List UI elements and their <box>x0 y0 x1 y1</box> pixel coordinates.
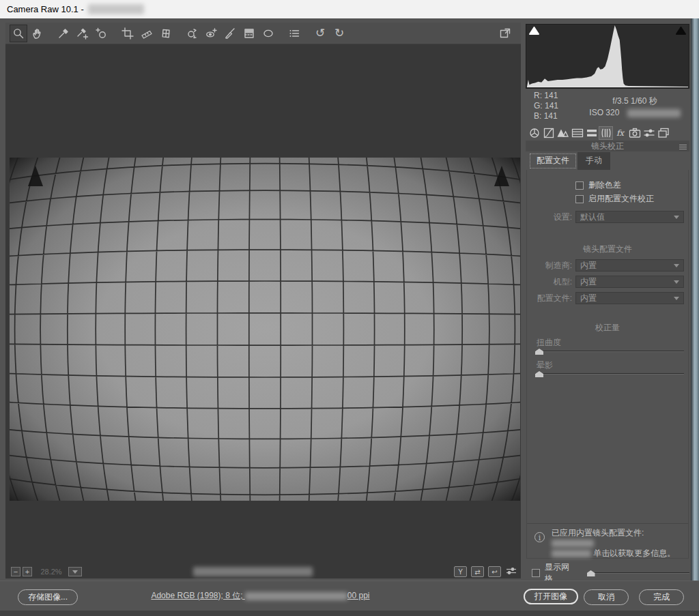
panel-menu-icon[interactable] <box>679 143 687 151</box>
grid-size-slider-thumb[interactable] <box>587 570 595 576</box>
grid-test-photo <box>10 158 520 501</box>
rgb-b: B: 141 <box>534 111 558 121</box>
copy-settings-button[interactable]: ↩ <box>488 566 501 577</box>
tab-manual[interactable]: 手动 <box>577 152 610 170</box>
red-eye-tool-icon[interactable] <box>202 25 220 42</box>
distortion-slider-thumb[interactable] <box>535 349 543 355</box>
window-bottom-edge <box>0 611 699 616</box>
rgb-exif-readout: R: 141 G: 141 B: 141 f/3.5 1/60 秒 ISO 32… <box>526 89 689 123</box>
profile-tab-content: 删除色差 启用配置文件校正 设置: 默认值 镜头配置文件 制造商: 内置 机 <box>526 170 689 559</box>
cancel-button[interactable]: 取消 <box>584 589 629 605</box>
model-label: 机型: <box>530 276 572 288</box>
swap-before-after-button[interactable]: ⇄ <box>471 566 484 577</box>
remove-ca-row: 删除色差 <box>575 179 621 191</box>
tab-detail-icon[interactable] <box>556 126 570 140</box>
enable-profile-label: 启用配置文件校正 <box>588 193 654 205</box>
tab-hsl-icon[interactable] <box>570 126 584 140</box>
hand-tool-icon[interactable] <box>29 25 46 42</box>
tab-split-toning-icon[interactable] <box>584 126 599 140</box>
preview-preferences-icon[interactable] <box>506 566 517 577</box>
tab-profile[interactable]: 配置文件 <box>528 152 577 170</box>
grid-size-slider[interactable] <box>587 570 689 576</box>
zoom-out-button[interactable]: − <box>11 567 20 576</box>
preview-mode-button[interactable]: Y <box>454 566 467 577</box>
model-dropdown[interactable]: 内置 <box>575 276 684 288</box>
tab-presets-icon[interactable] <box>642 126 656 140</box>
vignetting-slider-thumb[interactable] <box>535 371 543 377</box>
adjustment-brush-tool-icon[interactable] <box>221 25 239 42</box>
caption-redacted <box>193 567 313 576</box>
exif-iso: ISO 320 <box>589 108 619 117</box>
tab-effects-icon[interactable]: fx <box>613 126 627 140</box>
preferences-icon[interactable] <box>285 25 303 42</box>
info-line2: 单击以获取更多信息。 <box>593 548 675 558</box>
vignetting-label: 晕影 <box>537 360 553 371</box>
done-button[interactable]: 完成 <box>639 589 684 605</box>
profile-dropdown[interactable]: 内置 <box>575 292 684 304</box>
bottom-bar: 存储图像... Adobe RGB (1998); 8 位; 00 ppi 打开… <box>0 581 699 611</box>
scrollbar[interactable] <box>691 18 699 616</box>
graduated-filter-tool-icon[interactable] <box>240 25 258 42</box>
vignetting-slider[interactable] <box>535 370 684 377</box>
lens-tabs: 配置文件 手动 <box>526 153 689 170</box>
open-image-button[interactable]: 打开图像 <box>524 589 578 604</box>
transform-tool-icon[interactable] <box>157 25 175 42</box>
info-redacted-2 <box>552 550 591 557</box>
profile-label: 配置文件: <box>530 293 572 304</box>
zoom-level-dropdown[interactable] <box>68 567 82 576</box>
info-line1: 已应用内置镜头配置文件: <box>552 528 644 538</box>
tab-lens-corrections-icon[interactable] <box>599 126 613 140</box>
tab-camera-calibration-icon[interactable] <box>627 126 642 140</box>
tab-snapshots-icon[interactable] <box>656 126 670 140</box>
preview-canvas[interactable] <box>5 44 521 565</box>
color-sampler-tool-icon[interactable] <box>74 25 91 42</box>
zoom-level: 28.2% <box>37 568 66 576</box>
image-area: ↺ ↻ <box>5 23 521 578</box>
enable-profile-checkbox[interactable] <box>575 195 584 203</box>
workflow-options-link[interactable]: Adobe RGB (1998); 8 位; 00 ppi <box>0 590 521 602</box>
make-dropdown[interactable]: 内置 <box>575 259 684 272</box>
workflow-redacted <box>245 592 347 600</box>
crop-tool-icon[interactable] <box>119 25 137 42</box>
title-bar: Camera Raw 10.1 - <box>0 0 699 18</box>
setup-dropdown[interactable]: 默认值 <box>575 211 684 223</box>
straighten-tool-icon[interactable] <box>138 25 156 42</box>
shadow-clipping-warning[interactable] <box>529 27 539 35</box>
exif-lens-redacted <box>627 109 681 117</box>
rgb-g: G: 141 <box>534 101 558 111</box>
targeted-adjustment-tool-icon[interactable] <box>93 25 111 42</box>
white-balance-tool-icon[interactable] <box>55 25 72 42</box>
toolbar: ↺ ↻ <box>5 23 521 44</box>
enable-profile-row: 启用配置文件校正 <box>575 193 654 205</box>
rotate-ccw-icon[interactable]: ↺ <box>311 25 329 42</box>
zoom-tool-icon[interactable] <box>10 25 27 42</box>
distortion-label: 扭曲度 <box>537 337 561 349</box>
profile-info-box[interactable]: i 已应用内置镜头配置文件: 单击以获取更多信息。 <box>527 523 688 558</box>
remove-ca-label: 删除色差 <box>588 179 621 191</box>
make-label: 制造商: <box>530 260 572 272</box>
window-title: Camera Raw 10.1 - <box>7 4 84 14</box>
filename-redacted <box>88 4 144 14</box>
radial-filter-tool-icon[interactable] <box>259 25 277 42</box>
info-icon: i <box>534 532 545 542</box>
exif-exposure: f/3.5 1/60 秒 <box>584 96 686 107</box>
lens-profile-header: 镜头配置文件 <box>527 244 688 255</box>
fullscreen-toggle-icon[interactable] <box>496 25 514 42</box>
setup-label: 设置: <box>530 211 572 223</box>
highlight-clipping-warning[interactable] <box>676 27 686 35</box>
spot-removal-tool-icon[interactable] <box>183 25 201 42</box>
settings-panel: R: 141 G: 141 B: 141 f/3.5 1/60 秒 ISO 32… <box>526 23 689 580</box>
show-grid-checkbox[interactable] <box>532 569 540 577</box>
panel-title: 镜头校正 <box>526 141 689 151</box>
distortion-slider[interactable] <box>535 348 684 355</box>
rotate-cw-icon[interactable]: ↻ <box>330 25 348 42</box>
panel-tab-bar: fx <box>526 126 689 141</box>
tab-tone-curve-icon[interactable] <box>541 126 556 140</box>
histogram <box>526 24 689 89</box>
canvas-footer: − + 28.2% Y ⇄ ↩ <box>5 565 521 578</box>
zoom-in-button[interactable]: + <box>23 567 32 576</box>
remove-ca-checkbox[interactable] <box>575 181 584 190</box>
info-redacted-1 <box>552 540 594 547</box>
rgb-r: R: 141 <box>534 91 558 101</box>
tab-basic-icon[interactable] <box>527 126 541 140</box>
